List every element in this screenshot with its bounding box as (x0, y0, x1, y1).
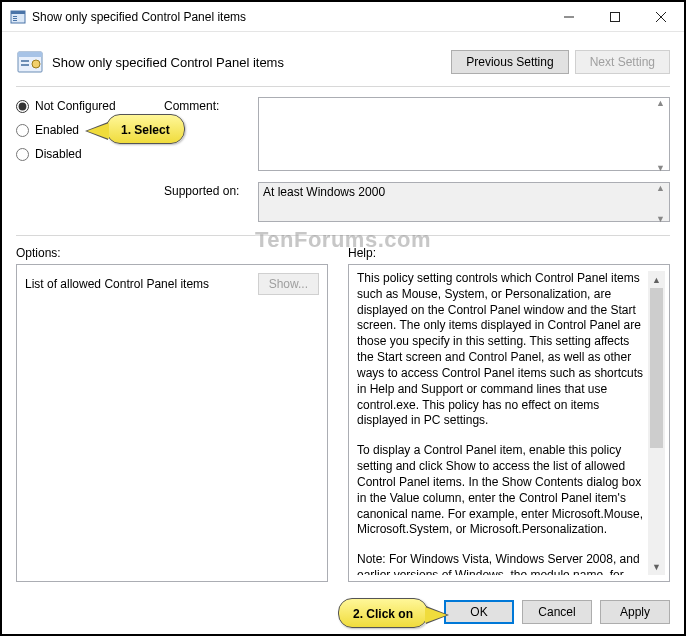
next-setting-button: Next Setting (575, 50, 670, 74)
previous-setting-button[interactable]: Previous Setting (451, 50, 568, 74)
dialog-buttons: OK Cancel Apply (444, 600, 670, 624)
separator (16, 86, 670, 87)
svg-rect-11 (21, 60, 29, 62)
svg-rect-1 (11, 11, 25, 14)
options-label: Options: (16, 246, 328, 260)
close-icon (656, 12, 666, 22)
scroll-down-icon[interactable]: ▼ (648, 558, 665, 575)
options-panel: List of allowed Control Panel items Show… (16, 264, 328, 582)
minimize-button[interactable] (546, 2, 592, 31)
scroll-track[interactable] (648, 288, 665, 558)
help-paragraph: This policy setting controls which Contr… (357, 271, 648, 429)
radio-not-configured-input[interactable] (16, 100, 29, 113)
callout-select-text: 1. Select (121, 123, 170, 137)
app-icon (10, 9, 26, 25)
help-paragraph: To display a Control Panel item, enable … (357, 443, 648, 538)
callout-click-text: 2. Click on (353, 607, 413, 621)
apply-button[interactable]: Apply (600, 600, 670, 624)
policy-title: Show only specified Control Panel items (52, 55, 451, 70)
help-scrollbar[interactable]: ▲ ▼ (648, 271, 665, 575)
callout-click: 2. Click on (338, 598, 428, 628)
radio-not-configured[interactable]: Not Configured (16, 99, 164, 113)
supported-textarea (258, 182, 670, 222)
svg-rect-6 (611, 12, 620, 21)
window-title: Show only specified Control Panel items (32, 10, 546, 24)
minimize-icon (564, 12, 574, 22)
radio-not-configured-label: Not Configured (35, 99, 116, 113)
radio-disabled-label: Disabled (35, 147, 82, 161)
scroll-thumb[interactable] (650, 288, 663, 448)
supported-label: Supported on: (164, 182, 258, 225)
window: Show only specified Control Panel items (0, 0, 686, 636)
radio-enabled-label: Enabled (35, 123, 79, 137)
cancel-button[interactable]: Cancel (522, 600, 592, 624)
help-label: Help: (348, 246, 670, 260)
help-paragraph: Note: For Windows Vista, Windows Server … (357, 552, 648, 575)
title-bar: Show only specified Control Panel items (2, 2, 684, 32)
maximize-button[interactable] (592, 2, 638, 31)
svg-rect-4 (13, 20, 17, 21)
help-text: This policy setting controls which Contr… (357, 271, 648, 575)
help-panel: This policy setting controls which Contr… (348, 264, 670, 582)
close-button[interactable] (638, 2, 684, 31)
policy-icon (16, 48, 44, 76)
comment-textarea[interactable] (258, 97, 670, 171)
radio-disabled-input[interactable] (16, 148, 29, 161)
radio-disabled[interactable]: Disabled (16, 147, 164, 161)
show-button: Show... (258, 273, 319, 295)
window-controls (546, 2, 684, 31)
ok-button[interactable]: OK (444, 600, 514, 624)
svg-rect-12 (21, 64, 29, 66)
callout-select: 1. Select (106, 114, 185, 144)
svg-rect-10 (18, 52, 42, 57)
maximize-icon (610, 12, 620, 22)
separator (16, 235, 670, 236)
svg-rect-2 (13, 16, 17, 17)
svg-rect-3 (13, 18, 17, 19)
options-item-label: List of allowed Control Panel items (25, 277, 258, 291)
scroll-up-icon[interactable]: ▲ (648, 271, 665, 288)
radio-enabled-input[interactable] (16, 124, 29, 137)
dialog-body: Show only specified Control Panel items … (2, 32, 684, 594)
svg-point-13 (32, 60, 40, 68)
